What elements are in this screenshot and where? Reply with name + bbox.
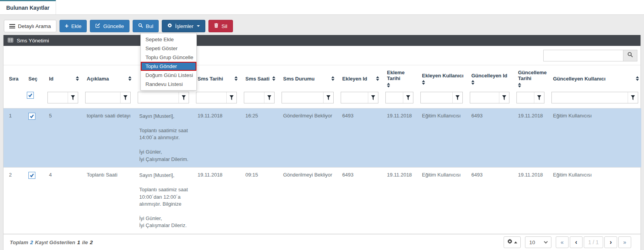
tab-found-records[interactable]: Bulunan Kayıtlar	[0, 0, 56, 14]
filter-funnel-icon[interactable]	[403, 92, 413, 103]
filter-cell-ekleyen-kullanici	[416, 91, 466, 108]
filter-funnel-icon[interactable]	[68, 92, 78, 103]
sort-icon[interactable]	[272, 76, 275, 81]
filter-input-guncelleyen-kullanici[interactable]	[552, 92, 628, 103]
filter-funnel-icon[interactable]	[264, 92, 274, 103]
menu-item-sepete-ekle[interactable]: Sepete Ekle	[141, 35, 196, 44]
first-page-button[interactable]: «	[556, 236, 569, 248]
cell-sec	[23, 168, 44, 234]
menu-bars-icon	[9, 24, 15, 28]
delete-button[interactable]: Sil	[208, 20, 233, 32]
filter-input-guncelleme-tarihi[interactable]	[517, 92, 534, 103]
filter-input-id[interactable]	[48, 92, 68, 103]
sort-icon[interactable]	[636, 76, 639, 81]
filter-cell-guncelleme-tarihi	[513, 91, 548, 108]
column-header-id[interactable]: Id	[44, 65, 81, 91]
cell-guncelleyen-kullanici: Eğitim Kullanıcısı	[548, 168, 641, 234]
pagination-controls: 10 « ‹ 1 / 1 › »	[504, 236, 631, 248]
filter-funnel-icon[interactable]	[534, 92, 544, 103]
add-button[interactable]: + Ekle	[60, 20, 87, 32]
sort-icon[interactable]	[518, 83, 521, 87]
filter-input-sms-saati[interactable]	[244, 92, 264, 103]
filter-cell-ekleyen-id	[337, 91, 382, 108]
operations-button[interactable]: İşlemler	[162, 20, 205, 32]
global-search-row	[4, 46, 640, 65]
cell-sms-durumu: Gönderilmeyi Bekliyor	[278, 108, 337, 168]
menu-item-dogum-gunu-listesi[interactable]: Doğum Günü Listesi	[141, 71, 196, 80]
filter-input-ekleyen-id[interactable]	[341, 92, 368, 103]
menu-item-sepeti-goster[interactable]: Sepeti Göster	[141, 44, 196, 53]
filter-input-sms-metni[interactable]	[138, 92, 178, 103]
sort-icon[interactable]	[387, 83, 390, 87]
total-count: 2	[30, 240, 33, 245]
table-row[interactable]: 1 5 toplantı saati detayı Sayın [Musteri…	[4, 108, 641, 168]
operations-dropdown-menu: Sepete Ekle Sepeti Göster Toplu Grup Gün…	[140, 33, 197, 91]
column-header-guncelleyen-id[interactable]: Güncelleyen Id	[466, 65, 513, 91]
filter-funnel-icon[interactable]	[368, 92, 378, 103]
cell-guncelleme-tarihi: 19.11.2018	[513, 108, 548, 168]
delete-label: Sil	[221, 23, 227, 29]
row-checkbox[interactable]	[28, 113, 35, 120]
filter-funnel-icon[interactable]	[226, 92, 236, 103]
column-header-guncelleyen-kullanici[interactable]: Güncelleyen Kullanıcı	[548, 65, 641, 91]
shown-to: 2	[90, 240, 93, 245]
select-all-checkbox[interactable]	[27, 92, 34, 99]
filter-funnel-icon[interactable]	[323, 92, 333, 103]
panel-title: Sms Yönetimi	[17, 38, 49, 44]
cell-ekleme-tarihi: 19.11.2018	[382, 108, 416, 168]
page-size-value: 10	[529, 240, 535, 245]
global-search-button[interactable]	[623, 50, 637, 61]
gear-icon	[507, 239, 513, 246]
sort-icon[interactable]	[376, 76, 379, 81]
sms-panel: Sms Yönetimi Sıra Seç Id Açıklama Sms Ta…	[3, 35, 641, 250]
filter-input-ekleme-tarihi[interactable]	[386, 92, 403, 103]
column-header-guncelleme-tarihi[interactable]: Güncelleme Tarihi	[513, 65, 548, 91]
filter-funnel-icon[interactable]	[120, 92, 130, 103]
sort-icon[interactable]	[234, 76, 238, 81]
last-page-button[interactable]: »	[618, 236, 631, 248]
column-header-ekleyen-id[interactable]: Ekleyen Id	[337, 65, 382, 91]
next-page-button[interactable]: ›	[604, 236, 617, 248]
sort-icon[interactable]	[422, 80, 425, 85]
filter-input-sms-durumu[interactable]	[282, 92, 323, 103]
global-search-input[interactable]	[543, 50, 623, 61]
filter-funnel-icon[interactable]	[178, 92, 189, 103]
menu-item-toplu-gonder[interactable]: Toplu Gönder	[141, 62, 196, 71]
filter-funnel-icon[interactable]	[452, 92, 462, 103]
sort-icon[interactable]	[331, 76, 334, 81]
filter-cell-aciklama	[81, 91, 134, 108]
page-size-select[interactable]: 10	[525, 236, 551, 248]
filter-cell-sira	[4, 91, 23, 108]
find-label: Bul	[146, 23, 154, 29]
column-header-sms-saati[interactable]: Sms Saati	[240, 65, 278, 91]
caret-up-icon	[514, 241, 517, 243]
filter-input-sms-tarihi[interactable]	[196, 92, 226, 103]
column-header-ekleme-tarihi[interactable]: Ekleme Tarihi	[382, 65, 416, 91]
cell-sms-metni: Sayın [Musteri], Toplantı saatimiz saat …	[134, 168, 192, 234]
grid-settings-button[interactable]	[504, 236, 521, 248]
table-row[interactable]: 2 4 Toplantı Saati Sayın [Musteri], Topl…	[4, 168, 641, 234]
row-checkbox[interactable]	[28, 172, 35, 179]
sort-icon[interactable]	[76, 76, 79, 81]
filter-funnel-icon[interactable]	[628, 92, 638, 103]
filter-input-guncelleyen-id[interactable]	[470, 92, 499, 103]
previous-page-button[interactable]: ‹	[570, 236, 583, 248]
filter-cell-sec	[23, 91, 44, 108]
sort-icon[interactable]	[471, 80, 474, 85]
update-button[interactable]: Güncelle	[90, 20, 129, 32]
find-button[interactable]: Bul	[133, 20, 159, 32]
menu-item-randevu-listesi[interactable]: Randevu Listesi	[141, 80, 196, 89]
filter-input-aciklama[interactable]	[86, 92, 120, 103]
column-header-sms-durumu[interactable]: Sms Durumu	[278, 65, 337, 91]
column-header-sms-tarihi[interactable]: Sms Tarihi	[192, 65, 240, 91]
column-header-ekleyen-kullanici[interactable]: Ekleyen Kullanıcı	[416, 65, 466, 91]
menu-item-toplu-grup-guncelle[interactable]: Toplu Grup Güncelle	[141, 53, 196, 62]
detailed-search-button[interactable]: Detaylı Arama	[4, 20, 56, 32]
cell-guncelleyen-kullanici: Eğitim Kullanıcısı	[548, 108, 641, 168]
filter-input-ekleyen-kullanici[interactable]	[421, 92, 452, 103]
filter-funnel-icon[interactable]	[499, 92, 509, 103]
panel-header: Sms Yönetimi	[4, 35, 640, 46]
filter-cell-sms-tarihi	[192, 91, 240, 108]
sort-icon[interactable]	[128, 76, 131, 81]
column-header-aciklama[interactable]: Açıklama	[81, 65, 134, 91]
